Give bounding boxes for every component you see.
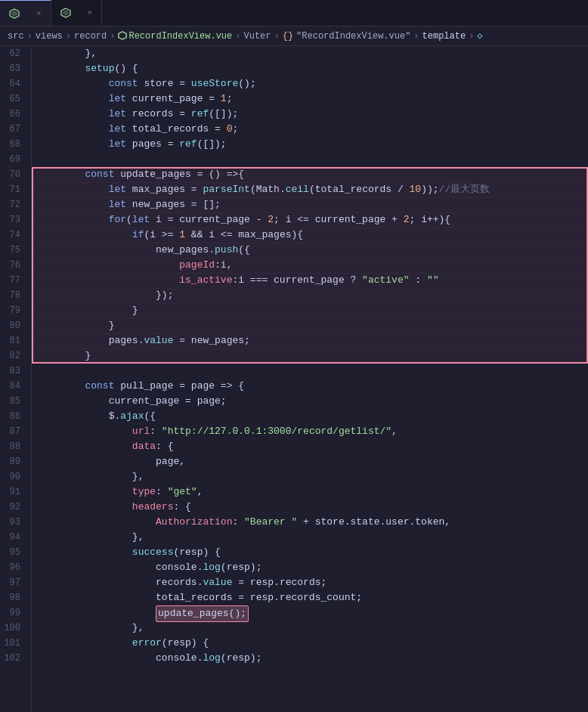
line-num-78: 78: [0, 288, 25, 303]
code-line-102: console.log(resp);: [38, 651, 588, 666]
code-line-71: let max_pages = parseInt(Math.ceil(total…: [38, 182, 588, 197]
code-line-98: total_records = resp.records_count;: [38, 590, 588, 605]
bc-views[interactable]: views: [36, 31, 63, 42]
code-line-86: $.ajax({: [38, 409, 588, 424]
line-num-86: 86: [0, 409, 25, 424]
code-line-66: let records = ref([]);: [38, 107, 588, 122]
code-line-95: success(resp) {: [38, 545, 588, 560]
line-num-99: 99: [0, 605, 25, 621]
tab-record-index-view[interactable]: ×: [0, 0, 51, 26]
line-num-94: 94: [0, 530, 25, 545]
code-line-72: let new_pages = [];: [38, 197, 588, 212]
bc-template[interactable]: template: [422, 31, 466, 42]
bc-file[interactable]: RecordIndexView.vue: [118, 31, 232, 42]
tab2-close[interactable]: ×: [88, 8, 93, 17]
code-line-69: [38, 152, 588, 167]
code-line-92: headers: {: [38, 500, 588, 515]
line-num-79: 79: [0, 303, 25, 318]
highlight-box-mid: [32, 318, 588, 334]
line-numbers: 6263646566676869707172737475767778798081…: [0, 46, 32, 712]
line-num-101: 101: [0, 636, 25, 651]
line-num-92: 92: [0, 500, 25, 515]
code-line-70: const update_pages = () =>{: [38, 167, 588, 182]
line-num-97: 97: [0, 575, 25, 590]
code-line-64: const store = useStore();: [38, 76, 588, 91]
code-line-87: url: "http://127.0.0.1:3000/record/getli…: [38, 424, 588, 439]
code-line-89: page,: [38, 454, 588, 469]
code-line-84: const pull_page = page => {: [38, 379, 588, 394]
code-line-100: },: [38, 621, 588, 636]
line-num-88: 88: [0, 439, 25, 454]
code-line-77: is_active:i === current_page ? "active" …: [38, 273, 588, 288]
line-num-95: 95: [0, 545, 25, 560]
line-num-93: 93: [0, 515, 25, 530]
code-line-73: for(let i = current_page - 2; i <= curre…: [38, 212, 588, 228]
line-num-70: 70: [0, 167, 25, 182]
line-num-83: 83: [0, 364, 25, 379]
line-num-72: 72: [0, 197, 25, 212]
bc-record[interactable]: record: [74, 31, 107, 42]
line-num-76: 76: [0, 258, 25, 273]
code-line-88: data: {: [38, 439, 588, 454]
code-line-65: let current_page = 1;: [38, 91, 588, 107]
highlight-box-end: [32, 348, 588, 364]
tab-pk-index-view[interactable]: ×: [51, 0, 103, 26]
code-line-78: });: [38, 288, 588, 303]
code-line-75: new_pages.push({: [38, 243, 588, 258]
line-num-89: 89: [0, 454, 25, 469]
line-num-62: 62: [0, 46, 25, 61]
bc-icon-diamond[interactable]: ◇: [477, 30, 482, 42]
vue-icon-2: [60, 8, 71, 18]
svg-marker-4: [119, 32, 126, 39]
bc-src[interactable]: src: [8, 31, 24, 42]
code-line-76: pageId:i,: [38, 258, 588, 273]
line-num-66: 66: [0, 107, 25, 122]
bc-record-view-name[interactable]: "RecordIndexView.vue": [296, 31, 410, 42]
code-line-101: error(resp) {: [38, 636, 588, 651]
line-num-82: 82: [0, 348, 25, 364]
line-num-64: 64: [0, 76, 25, 91]
code-editor[interactable]: 6263646566676869707172737475767778798081…: [0, 46, 588, 712]
code-line-68: let pages = ref([]);: [38, 137, 588, 152]
line-num-90: 90: [0, 469, 25, 484]
line-num-65: 65: [0, 91, 25, 107]
line-num-67: 67: [0, 122, 25, 137]
tab-bar: × ×: [0, 0, 588, 26]
line-num-71: 71: [0, 182, 25, 197]
code-line-91: type: "get",: [38, 484, 588, 500]
line-num-98: 98: [0, 590, 25, 605]
line-num-63: 63: [0, 61, 25, 76]
svg-marker-3: [63, 10, 69, 16]
code-line-80: }: [38, 318, 588, 333]
editor-container: × × src › views › record › RecordIndexVi…: [0, 0, 588, 712]
line-num-77: 77: [0, 273, 25, 288]
code-line-82: }: [38, 348, 588, 364]
svg-marker-1: [11, 11, 17, 17]
code-line-90: },: [38, 469, 588, 484]
line-num-73: 73: [0, 212, 25, 228]
code-lines: }, setup() { const store = useStore(); l…: [32, 46, 588, 712]
code-line-93: Authorization: "Bearer " + store.state.u…: [38, 515, 588, 530]
code-line-67: let total_records = 0;: [38, 122, 588, 137]
bc-bracket[interactable]: {}: [283, 31, 293, 42]
line-num-80: 80: [0, 318, 25, 333]
code-line-99: update_pages();: [38, 605, 588, 621]
line-num-91: 91: [0, 484, 25, 500]
line-num-69: 69: [0, 152, 25, 167]
code-line-81: pages.value = new_pages;: [38, 333, 588, 348]
line-num-68: 68: [0, 137, 25, 152]
code-line-74: if(i >= 1 && i <= max_pages){: [38, 228, 588, 243]
code-line-97: records.value = resp.records;: [38, 575, 588, 590]
code-line-63: setup() {: [38, 61, 588, 76]
line-num-74: 74: [0, 228, 25, 243]
line-num-84: 84: [0, 379, 25, 394]
code-line-62: },: [38, 46, 588, 61]
line-num-96: 96: [0, 560, 25, 575]
line-num-75: 75: [0, 243, 25, 258]
line-num-100: 100: [0, 621, 25, 636]
code-line-96: console.log(resp);: [38, 560, 588, 575]
bc-vuter[interactable]: Vuter: [243, 31, 271, 42]
tab1-close[interactable]: ×: [36, 9, 42, 18]
inline-highlight-update-pages: update_pages();: [156, 605, 249, 622]
vue-icon-bc: [118, 31, 127, 40]
